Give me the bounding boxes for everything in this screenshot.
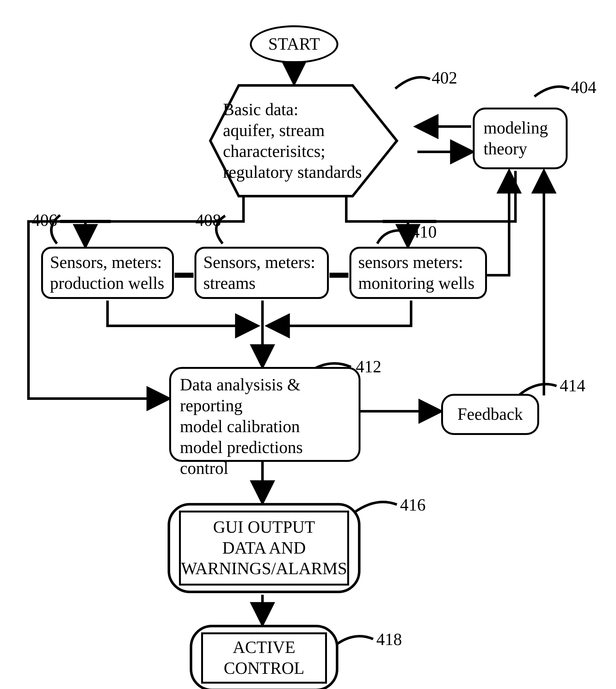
sensors-line: production wells (50, 273, 165, 294)
start-node: START (250, 25, 338, 63)
gui-output-line: GUI OUTPUT (181, 517, 347, 538)
active-control-node: ACTIVE CONTROL (190, 625, 338, 689)
basic-data-node: Basic data: aquifer, stream characterisi… (191, 82, 400, 199)
analysis-line: model calibration (180, 416, 350, 437)
gui-output-line: DATA AND (181, 538, 347, 559)
modeling-theory-node: modeling theory (473, 108, 568, 169)
sensors-line: Sensors, meters: (50, 252, 165, 273)
gui-output-node: GUI OUTPUT DATA AND WARNINGS/ALARMS (168, 503, 360, 593)
flowchart-canvas: START Basic data: aquifer, stream charac… (0, 0, 616, 689)
gui-output-text: GUI OUTPUT DATA AND WARNINGS/ALARMS (181, 517, 347, 580)
gui-output-line: WARNINGS/ALARMS (181, 558, 347, 579)
sensors-line: sensors meters: (358, 252, 478, 273)
basic-data-line: regulatory standards (223, 162, 388, 183)
modeling-theory-line: modeling (484, 118, 557, 138)
basic-data-text: Basic data: aquifer, stream characterisi… (223, 99, 388, 183)
ref-label-feedback: 414 (560, 376, 585, 395)
active-control-text: ACTIVE CONTROL (224, 637, 305, 679)
feedback-label: Feedback (458, 404, 523, 425)
active-control-line: ACTIVE (224, 637, 305, 658)
ref-label-modeling-theory: 404 (571, 78, 596, 97)
analysis-line: model predictions (180, 437, 350, 458)
sensors-streams-node: Sensors, meters: streams (195, 247, 329, 299)
sensors-monitoring-node: sensors meters: monitoring wells (349, 247, 487, 299)
ref-label-sensors-stream: 408 (195, 210, 221, 230)
start-label: START (268, 34, 320, 55)
ref-label-sensors-prod: 406 (31, 210, 57, 230)
active-control-line: CONTROL (224, 658, 305, 679)
basic-data-line: characterisitcs; (223, 141, 388, 162)
sensors-line: streams (203, 273, 320, 294)
feedback-node: Feedback (441, 394, 539, 435)
sensors-line: Sensors, meters: (203, 252, 320, 273)
basic-data-line: Basic data: (223, 99, 388, 120)
analysis-line: control (180, 458, 350, 479)
ref-label-basic-data: 402 (432, 68, 457, 88)
basic-data-line: aquifer, stream (223, 120, 388, 141)
ref-label-gui-output: 416 (400, 495, 426, 515)
modeling-theory-line: theory (484, 138, 557, 159)
ref-label-active-control: 418 (376, 629, 402, 649)
analysis-node: Data analysisis & reporting model calibr… (169, 367, 360, 462)
analysis-line: Data analysisis & reporting (180, 374, 350, 416)
sensors-line: monitoring wells (358, 273, 478, 294)
ref-label-sensors-mon: 410 (411, 222, 437, 242)
sensors-production-node: Sensors, meters: production wells (41, 247, 174, 299)
ref-label-analysis: 412 (356, 357, 381, 376)
